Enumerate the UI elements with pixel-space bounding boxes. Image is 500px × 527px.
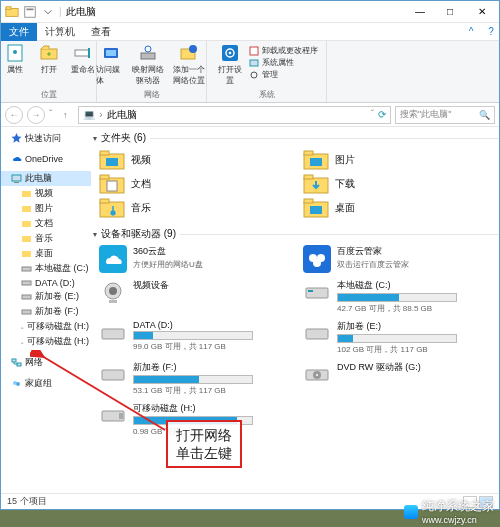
nav-network[interactable]: 网络 — [1, 355, 91, 370]
chevron-down-icon: ▾ — [93, 230, 97, 239]
nav-drive-e[interactable]: 新加卷 (E:) — [1, 289, 91, 304]
refresh-button[interactable]: ⟳ — [378, 109, 386, 120]
qat-properties-icon[interactable] — [23, 5, 37, 19]
svg-rect-50 — [100, 199, 109, 203]
ribbon-open-button[interactable]: 打开 — [34, 43, 64, 75]
svg-rect-46 — [107, 181, 117, 191]
svg-rect-11 — [141, 53, 155, 59]
svg-rect-27 — [22, 251, 31, 257]
svg-rect-32 — [21, 327, 23, 328]
svg-rect-61 — [109, 300, 117, 303]
svg-rect-1 — [6, 6, 11, 9]
ribbon-uninstall-button[interactable]: 卸载或更改程序 — [249, 45, 318, 56]
address-field[interactable]: 💻 › 此电脑 ˇ ⟳ — [78, 106, 391, 124]
nav-drive-c[interactable]: 本地磁盘 (C:) — [1, 261, 91, 276]
qat-dropdown-icon[interactable] — [41, 5, 55, 19]
nav-this-pc[interactable]: 此电脑 — [1, 171, 91, 186]
device-baidu-cloud[interactable]: 百度云管家双击运行百度云管家 — [303, 245, 499, 273]
address-dropdown-icon[interactable]: ˇ — [371, 109, 374, 120]
svg-rect-48 — [304, 175, 313, 179]
group-folders[interactable]: ▾ 文件夹 (6) — [93, 129, 499, 147]
svg-rect-63 — [308, 290, 313, 292]
ribbon-open-settings-button[interactable]: 打开设置 — [215, 43, 245, 86]
nav-pictures[interactable]: 图片 — [1, 201, 91, 216]
ribbon-manage-button[interactable]: 管理 — [249, 69, 318, 80]
folder-desktop[interactable]: 桌面 — [303, 197, 499, 219]
usage-bar — [337, 293, 457, 302]
close-button[interactable]: ✕ — [465, 2, 499, 22]
ribbon-collapse-button[interactable]: ^ — [463, 26, 479, 37]
nav-onedrive[interactable]: OneDrive — [1, 152, 91, 165]
svg-rect-3 — [27, 8, 34, 10]
nav-desktop[interactable]: 桌面 — [1, 246, 91, 261]
folder-music[interactable]: 音乐 — [99, 197, 295, 219]
explorer-window: | 此电脑 — □ ✕ 文件 计算机 查看 ^ ? 属性 打开 — [0, 0, 500, 510]
nav-drive-removable-h[interactable]: 可移动磁盘 (H:) — [1, 334, 91, 349]
ribbon-map-drive-label: 映射网络驱动器 — [130, 64, 166, 86]
svg-rect-29 — [22, 281, 31, 285]
nav-recents-button[interactable]: ˇ — [49, 109, 52, 120]
device-dvd-drive[interactable]: DVD RW 驱动器 (G:) — [303, 361, 499, 396]
device-drive-f[interactable]: 新加卷 (F:)53.1 GB 可用，共 117 GB — [99, 361, 295, 396]
device-drive-c[interactable]: 本地磁盘 (C:)42.7 GB 可用，共 88.5 GB — [303, 279, 499, 314]
ribbon-properties-label: 属性 — [7, 64, 23, 75]
ribbon-media-button[interactable]: 访问媒体 — [96, 43, 126, 86]
svg-rect-42 — [304, 151, 313, 155]
device-drive-d[interactable]: DATA (D:)99.0 GB 可用，共 117 GB — [99, 320, 295, 355]
nav-quick-access[interactable]: 快速访问 — [1, 131, 91, 146]
nav-drive-h[interactable]: 可移动磁盘 (H:) — [1, 319, 91, 334]
device-drive-e[interactable]: 新加卷 (E:)102 GB 可用，共 117 GB — [303, 320, 499, 355]
folder-downloads[interactable]: 下载 — [303, 173, 499, 195]
window-title: 此电脑 — [62, 5, 405, 19]
ribbon-media-label: 访问媒体 — [96, 64, 126, 86]
svg-rect-23 — [22, 191, 31, 197]
tab-view[interactable]: 查看 — [83, 23, 119, 41]
svg-point-58 — [313, 259, 321, 267]
nav-documents[interactable]: 文档 — [1, 216, 91, 231]
svg-rect-18 — [250, 47, 258, 55]
nav-forward-button[interactable]: → — [27, 106, 45, 124]
search-icon: 🔍 — [479, 110, 490, 120]
breadcrumb-chev[interactable]: › — [99, 109, 102, 120]
device-360cloud[interactable]: 360云盘方便好用的网络U盘 — [99, 245, 295, 273]
nav-drive-f[interactable]: 新加卷 (F:) — [1, 304, 91, 319]
nav-videos[interactable]: 视频 — [1, 186, 91, 201]
folder-pictures[interactable]: 图片 — [303, 149, 499, 171]
folder-videos[interactable]: 视频 — [99, 149, 295, 171]
ribbon-add-netloc-label: 添加一个网络位置 — [170, 64, 208, 86]
svg-rect-65 — [306, 329, 328, 339]
svg-rect-2 — [25, 6, 36, 17]
nav-music[interactable]: 音乐 — [1, 231, 91, 246]
maximize-button[interactable]: □ — [435, 2, 465, 22]
svg-point-12 — [145, 46, 151, 52]
ribbon-map-drive-button[interactable]: 映射网络驱动器 — [130, 43, 166, 86]
ribbon-rename-button[interactable]: 重命名 — [68, 43, 98, 75]
svg-rect-71 — [119, 413, 123, 419]
tab-file[interactable]: 文件 — [1, 23, 37, 41]
ribbon-open-settings-label: 打开设置 — [215, 64, 245, 86]
nav-back-button[interactable]: ← — [5, 106, 23, 124]
nav-drive-d[interactable]: DATA (D:) — [1, 276, 91, 289]
ribbon-group-network: 网络 — [101, 89, 202, 100]
help-button[interactable]: ? — [483, 26, 499, 37]
group-devices[interactable]: ▾ 设备和驱动器 (9) — [93, 225, 499, 243]
search-input[interactable]: 搜索"此电脑" 🔍 — [395, 106, 495, 124]
device-video[interactable]: 视频设备 — [99, 279, 295, 314]
nav-pane: 快速访问 OneDrive 此电脑 视频 图片 文档 音乐 桌面 本地磁盘 (C… — [1, 127, 91, 493]
nav-homegroup[interactable]: 家庭组 — [1, 376, 91, 391]
svg-rect-33 — [21, 342, 23, 343]
ribbon-properties-button[interactable]: 属性 — [0, 43, 30, 75]
title-bar: | 此电脑 — □ ✕ — [1, 1, 499, 23]
folder-documents[interactable]: 文档 — [99, 173, 295, 195]
svg-rect-24 — [22, 206, 31, 212]
breadcrumb-thispc[interactable]: 此电脑 — [107, 108, 137, 122]
ribbon-add-netloc-button[interactable]: 添加一个网络位置 — [170, 43, 208, 86]
tab-computer[interactable]: 计算机 — [37, 23, 83, 41]
nav-up-button[interactable]: ↑ — [56, 106, 74, 124]
svg-rect-7 — [75, 50, 89, 56]
annotation-line2: 单击左键 — [176, 444, 232, 462]
svg-rect-31 — [22, 310, 31, 314]
minimize-button[interactable]: — — [405, 2, 435, 22]
watermark-title: 纯净系统之家 — [422, 498, 494, 515]
ribbon-sysprops-button[interactable]: 系统属性 — [249, 57, 318, 68]
